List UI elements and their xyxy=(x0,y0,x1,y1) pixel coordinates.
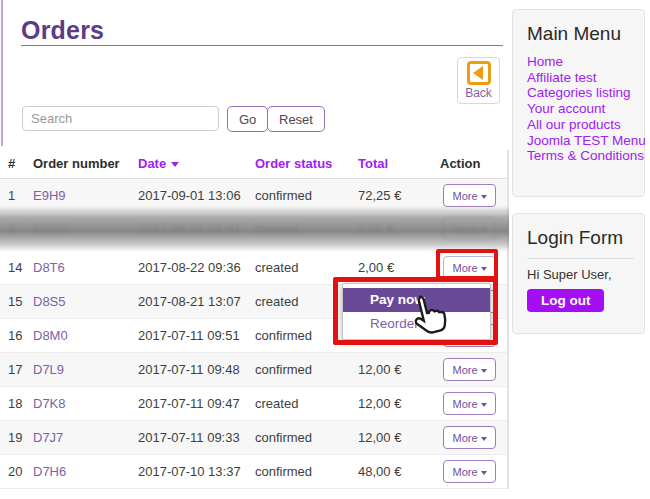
table-row: 17 D7L9 2017-07-11 09:48 confirmed 12,00… xyxy=(0,353,508,387)
order-number-link[interactable]: D7J7 xyxy=(33,421,63,455)
more-button[interactable]: More xyxy=(443,358,496,381)
order-status: confirmed xyxy=(255,455,312,489)
login-form-module: Login Form Hi Super User, Log out xyxy=(512,213,645,334)
order-date: 2017-08-22 09:36 xyxy=(138,251,241,285)
back-button[interactable]: Back xyxy=(457,57,500,104)
sidebar-item-categories-listing[interactable]: Categories listing xyxy=(527,85,634,101)
order-total: 48,00 € xyxy=(358,455,401,489)
order-number-link[interactable]: D7L9 xyxy=(33,353,64,387)
sidebar-item-terms-conditions[interactable]: Terms & Conditions xyxy=(527,148,634,164)
more-dropdown-menu: Pay now Reorder xyxy=(342,283,491,340)
order-number-link[interactable]: D7H6 xyxy=(33,455,66,489)
collapsed-rows-blur-band xyxy=(0,206,509,252)
order-date: 2017-07-11 09:51 xyxy=(138,319,240,353)
menu-item-reorder[interactable]: Reorder xyxy=(343,312,490,336)
header-order-number: Order number xyxy=(33,150,120,177)
go-button[interactable]: Go xyxy=(227,106,268,132)
table-row: 20 D7H6 2017-07-10 13:37 confirmed 48,00… xyxy=(0,455,508,489)
header-order-status-sort[interactable]: Order status xyxy=(255,150,332,177)
chevron-down-icon xyxy=(481,437,487,441)
chevron-down-icon xyxy=(481,403,487,407)
order-status: confirmed xyxy=(255,353,312,387)
order-status: confirmed xyxy=(255,421,312,455)
order-total: 12,00 € xyxy=(358,353,401,387)
row-num: 14 xyxy=(8,251,22,285)
more-button[interactable]: More xyxy=(443,426,496,449)
back-button-label: Back xyxy=(465,86,492,100)
order-total: 12,00 € xyxy=(358,421,401,455)
sort-caret-icon xyxy=(171,162,179,167)
chevron-down-icon xyxy=(481,369,487,373)
search-input[interactable] xyxy=(22,106,219,131)
order-total: 12,00 € xyxy=(358,387,401,421)
more-button[interactable]: More xyxy=(443,184,496,207)
back-arrow-icon xyxy=(467,61,491,85)
order-status: created xyxy=(255,387,298,421)
table-row: 19 D7J7 2017-07-11 09:33 confirmed 12,00… xyxy=(0,421,508,455)
page-title: Orders xyxy=(21,16,104,45)
orders-table-header: # Order number Date Order status Total A… xyxy=(0,150,508,179)
login-greeting: Hi Super User, xyxy=(527,267,634,282)
order-status: created xyxy=(255,285,298,319)
header-total-sort[interactable]: Total xyxy=(358,150,388,177)
order-number-link[interactable]: D8T6 xyxy=(33,251,65,285)
sidebar-item-all-our-products[interactable]: All our products xyxy=(527,117,634,133)
sidebar-item-affiliate-test[interactable]: Affiliate test xyxy=(527,70,634,86)
more-button[interactable]: More xyxy=(443,460,496,483)
row-num: 20 xyxy=(8,455,22,489)
header-date-sort[interactable]: Date xyxy=(138,150,179,177)
row-num: 16 xyxy=(8,319,22,353)
table-right-border xyxy=(507,150,509,489)
chevron-down-icon xyxy=(481,267,487,271)
row-num: 18 xyxy=(8,387,22,421)
order-total: 2,00 € xyxy=(358,251,394,285)
page-left-border xyxy=(1,0,3,146)
login-divider xyxy=(527,258,634,259)
order-date: 2017-07-10 13:37 xyxy=(138,455,241,489)
chevron-down-icon xyxy=(481,471,487,475)
logout-button[interactable]: Log out xyxy=(527,289,604,312)
main-menu-title: Main Menu xyxy=(527,23,634,45)
chevron-down-icon xyxy=(481,195,487,199)
order-date: 2017-08-21 13:07 xyxy=(138,285,241,319)
order-date: 2017-07-11 09:47 xyxy=(138,387,240,421)
row-num: 17 xyxy=(8,353,22,387)
more-button[interactable]: More xyxy=(443,392,496,415)
order-number-link[interactable]: D8M0 xyxy=(33,319,68,353)
sidebar-item-home[interactable]: Home xyxy=(527,54,634,70)
reset-button[interactable]: Reset xyxy=(267,106,325,132)
order-status: confirmed xyxy=(255,319,312,353)
sidebar-item-your-account[interactable]: Your account xyxy=(527,101,634,117)
row-num: 19 xyxy=(8,421,22,455)
order-date: 2017-07-11 09:48 xyxy=(138,353,240,387)
orders-page: Orders Back Go Reset # Order number Date… xyxy=(0,0,650,499)
order-status: created xyxy=(255,251,298,285)
order-number-link[interactable]: D7K8 xyxy=(33,387,66,421)
header-action: Action xyxy=(440,150,480,177)
login-form-title: Login Form xyxy=(527,227,634,249)
order-number-link[interactable]: D8S5 xyxy=(33,285,66,319)
title-underline xyxy=(21,45,503,46)
menu-item-pay-now[interactable]: Pay now xyxy=(343,288,490,312)
order-date: 2017-07-11 09:33 xyxy=(138,421,240,455)
more-button-open[interactable]: More xyxy=(443,256,496,279)
table-row: 14 D8T6 2017-08-22 09:36 created 2,00 € … xyxy=(0,251,508,285)
main-menu-module: Main Menu Home Affiliate test Categories… xyxy=(512,9,645,197)
sidebar-item-joomla-test-menu[interactable]: Joomla TEST Menu xyxy=(527,133,634,149)
header-num: # xyxy=(8,150,15,177)
row-num: 15 xyxy=(8,285,22,319)
table-row: 18 D7K8 2017-07-11 09:47 created 12,00 €… xyxy=(0,387,508,421)
